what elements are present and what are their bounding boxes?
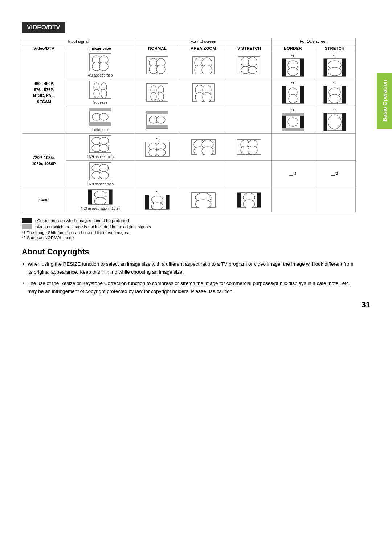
cell-stretch-169-2: —*2 [314,161,355,188]
svg-point-77 [99,137,109,144]
table-row: 16:9 aspect ratio —*2 —* [22,161,356,188]
col-vstretch: V-STRETCH [226,45,272,52]
right-sidebar-tab: Basic Operation [377,73,392,129]
cell-border-letterbox: *1 [272,106,314,134]
svg-point-29 [328,67,341,76]
svg-rect-66 [282,113,286,131]
label-squeeze: Squeeze [93,101,107,105]
svg-rect-46 [282,86,286,103]
footnote2: *2 Same as NORMAL mode. [22,236,356,240]
col-stretch: STRETCH [314,45,355,52]
signal-label-2: 720P, 1035ı,1080ı, 1080P [22,134,66,188]
footnote-star1-border: *1 [291,54,294,58]
cell-normal-squeeze [135,79,180,106]
legend-dark-text: : Cutout area on which images cannot be … [35,218,129,223]
cell-vstretch-letterbox [226,106,272,134]
svg-point-99 [99,172,109,179]
cell-border-169-2: —*2 [272,161,314,188]
svg-rect-101 [88,190,92,204]
image-type-letterbox: Letter box [66,106,135,134]
svg-point-97 [99,164,109,172]
about-section: About Copyrights When using the RESIZE f… [22,247,356,295]
svg-rect-68 [282,113,304,116]
svg-point-54 [329,94,340,103]
image-type-169-2: 16:9 aspect ratio [66,161,135,188]
col-normal: NORMAL [135,45,180,52]
svg-point-17 [248,57,257,67]
col-video-dtv: Video/DTV [22,45,66,52]
cell-stretch-letterbox: *1 [314,106,355,134]
footnote-star1-stretch: *1 [333,54,336,58]
svg-point-39 [158,92,164,101]
cell-normal-169-2 [135,161,180,188]
footnote-star1-normal540: *1 [156,190,159,194]
footnote-star1-stretch3: *1 [333,109,336,112]
legend-gray-box [22,224,32,229]
svg-point-94 [248,146,257,155]
svg-point-38 [151,92,156,101]
svg-point-34 [101,89,107,98]
table-row: Letter box [22,106,356,134]
svg-point-59 [99,113,108,120]
image-type-43: 4:3 aspect ratio [66,52,135,79]
svg-rect-106 [145,195,149,209]
svg-point-44 [203,92,211,102]
cell-areazoom-squeeze [180,79,226,106]
svg-point-19 [248,66,257,74]
svg-point-104 [94,197,106,205]
svg-rect-26 [324,59,327,76]
svg-point-108 [151,196,163,203]
label-169-aspect2: 16:9 aspect ratio [87,182,114,186]
svg-rect-72 [324,113,327,131]
cell-normal-169-1: *1 [135,134,180,161]
svg-point-9 [156,65,165,74]
header-169-screen: For 16:9 screen [272,38,356,45]
cell-areazoom-540p [180,188,226,212]
col-border: BORDER [272,45,314,52]
svg-point-4 [99,62,108,71]
about-bullets: When using the RESIZE function to select… [22,260,356,295]
svg-point-74 [328,115,341,129]
svg-rect-102 [109,190,112,204]
header-43-screen: For 4:3 screen [135,38,272,45]
svg-rect-57 [89,122,111,126]
svg-rect-69 [282,128,304,131]
footnote-star1-border3: *1 [291,109,294,112]
svg-point-117 [243,200,255,208]
svg-rect-114 [237,193,241,207]
svg-rect-67 [300,113,304,131]
svg-rect-52 [342,86,346,103]
svg-rect-115 [257,193,261,207]
cell-vstretch-169-2 [226,161,272,188]
svg-point-79 [99,144,109,152]
svg-rect-47 [300,86,304,103]
svg-rect-35 [146,84,168,101]
svg-rect-73 [342,113,346,131]
cell-stretch-540p [314,188,355,212]
svg-point-33 [94,89,99,98]
svg-rect-107 [166,195,169,209]
cell-stretch-169-1 [314,134,355,161]
section-title: VIDEO/DTV [22,22,65,33]
svg-rect-21 [282,59,286,76]
cell-vstretch-43 [226,52,272,79]
image-type-169-1: 16:9 aspect ratio [66,134,135,161]
cell-vstretch-540p [226,188,272,212]
table-row: 720P, 1035ı,1080ı, 1080P 16:9 aspect rat… [22,134,356,161]
svg-rect-27 [342,59,346,76]
label-169-aspect1: 16:9 aspect ratio [87,155,114,159]
about-bullet1: When using the RESIZE function to select… [22,260,356,276]
svg-rect-51 [324,86,327,103]
cell-stretch-squeeze: *1 [314,79,355,106]
legend-gray: : Area on which the image is not include… [22,224,356,229]
svg-point-109 [151,203,163,210]
about-bullet2: The use of the Resize or Keystone Correc… [22,279,356,295]
svg-point-24 [288,67,298,76]
cell-border-169-1 [272,134,314,161]
legend-section: : Cutout area on which images cannot be … [22,218,356,240]
footnote1: *1 The Image Shift function can be used … [22,230,356,235]
svg-point-14 [202,65,212,74]
page-container: VIDEO/DTV Input signal For 4:3 screen Fo… [0,0,392,320]
legend-dark-box [22,218,32,223]
table-row: Squeeze [22,79,356,106]
